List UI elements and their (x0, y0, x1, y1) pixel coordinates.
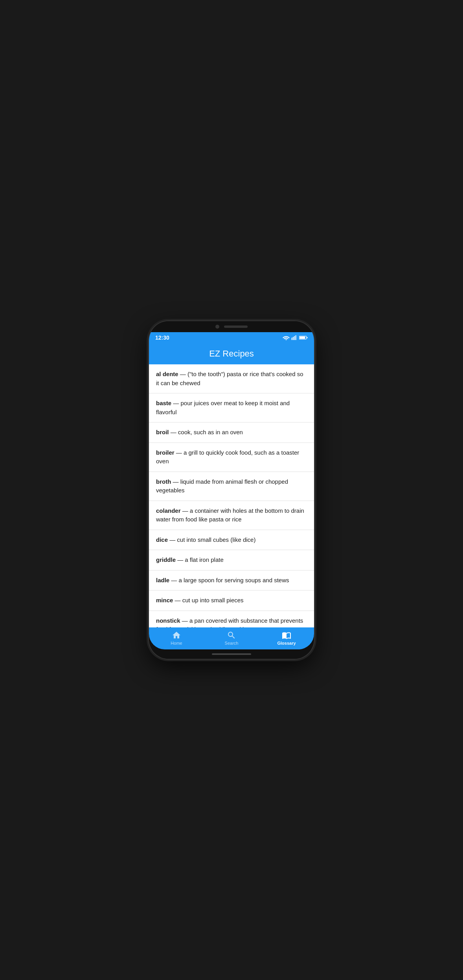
definition: — a grill to quickly cook food, such as … (156, 449, 299, 465)
term: broil (156, 429, 169, 435)
definition: — a large spoon for serving soups and st… (169, 577, 289, 583)
definition: — ("to the tooth") pasta or rice that's … (156, 371, 303, 386)
list-item[interactable]: dice — cut into small cubes (like dice) (149, 530, 314, 550)
app-title: EZ Recipes (209, 349, 254, 358)
list-item[interactable]: broth — liquid made from animal flesh or… (149, 472, 314, 501)
term: dice (156, 536, 168, 543)
status-icons (283, 335, 308, 340)
content-area: al dente — ("to the tooth") pasta or ric… (149, 364, 314, 627)
wifi-icon (283, 335, 290, 340)
phone-top-bar (149, 321, 314, 332)
term: mince (156, 597, 173, 603)
definition: — liquid made from animal flesh or chopp… (156, 478, 288, 494)
camera-dot (215, 325, 219, 329)
status-time: 12:30 (155, 335, 169, 341)
definition: — cook, such as in an oven (169, 429, 243, 435)
definition: — cut into small cubes (like dice) (168, 536, 255, 543)
nav-item-search[interactable]: Search (218, 631, 245, 645)
battery-icon (299, 335, 308, 340)
term: ladle (156, 577, 169, 583)
nav-item-glossary[interactable]: Glossary (273, 631, 300, 645)
term: baste (156, 400, 171, 406)
list-item[interactable]: al dente — ("to the tooth") pasta or ric… (149, 364, 314, 393)
term: griddle (156, 556, 176, 563)
list-item[interactable]: baste — pour juices over meat to keep it… (149, 393, 314, 422)
term: broth (156, 478, 171, 485)
list-item[interactable]: griddle — a flat iron plate (149, 550, 314, 570)
search-label: Search (225, 641, 239, 645)
definition: — a flat iron plate (176, 556, 224, 563)
home-indicator (212, 653, 251, 655)
svg-rect-2 (307, 337, 307, 338)
definition: — pour juices over meat to keep it moist… (156, 400, 290, 415)
list-item[interactable]: colander — a container with holes at the… (149, 501, 314, 530)
glossary-label: Glossary (277, 641, 296, 645)
bottom-nav: Home Search Glossary (149, 627, 314, 649)
nav-item-home[interactable]: Home (163, 631, 190, 645)
list-item[interactable]: broiler — a grill to quickly cook food, … (149, 443, 314, 472)
term: colander (156, 507, 181, 514)
list-item[interactable]: mince — cut up into small pieces (149, 591, 314, 611)
app-header: EZ Recipes (149, 343, 314, 364)
home-label: Home (171, 641, 182, 645)
term: nonstick (156, 617, 180, 624)
definition: — cut up into small pieces (173, 597, 243, 603)
status-bar: 12:30 (149, 332, 314, 343)
screen: 12:30 EZ Recipes (149, 332, 314, 649)
list-item[interactable]: broil — cook, such as in an oven (149, 422, 314, 443)
term: al dente (156, 371, 178, 377)
list-item[interactable]: ladle — a large spoon for serving soups … (149, 570, 314, 591)
signal-icon (291, 335, 298, 340)
search-icon (227, 631, 236, 640)
list-item[interactable]: nonstick — a pan covered with substance … (149, 611, 314, 628)
phone-bottom-bar (149, 649, 314, 659)
svg-rect-1 (299, 336, 305, 339)
glossary-icon (282, 631, 291, 640)
term: broiler (156, 449, 175, 456)
home-icon (172, 631, 181, 640)
speaker (224, 325, 248, 328)
phone-frame: 12:30 EZ Recipes (149, 321, 314, 659)
